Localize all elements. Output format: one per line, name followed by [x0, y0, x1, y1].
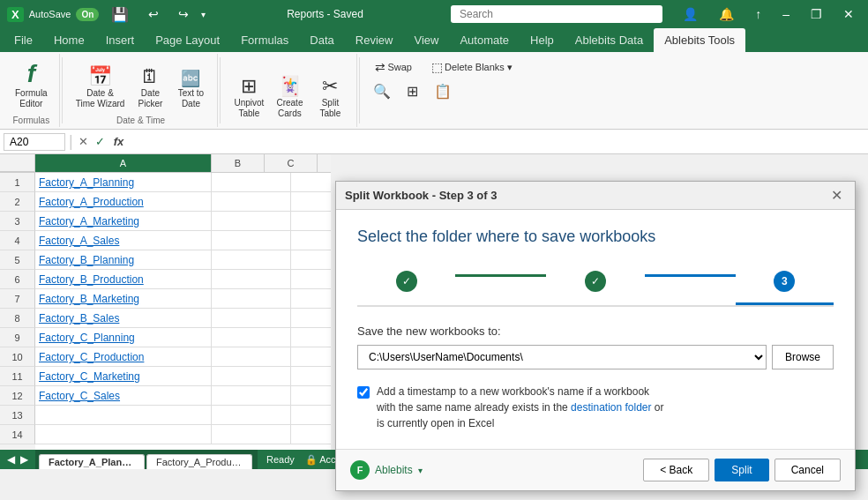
cell-c3[interactable] — [291, 212, 331, 231]
col-header-a[interactable]: A — [35, 154, 212, 172]
sheet-tab-factory-a-planning[interactable]: Factory_A_Planning — [39, 454, 145, 469]
cell-c4[interactable] — [291, 231, 331, 250]
delete-blanks-button[interactable]: ⬚ Delete Blanks ▾ — [423, 57, 520, 77]
cell-b8[interactable] — [212, 309, 291, 328]
row-header-7[interactable]: 7 — [0, 289, 35, 309]
dialog-step-2[interactable]: ✓ — [546, 264, 644, 305]
row-header-10[interactable]: 10 — [0, 347, 35, 367]
cell-c2[interactable] — [291, 192, 331, 212]
cell-b13[interactable] — [212, 406, 291, 425]
date-picker-button[interactable]: 🗓 Date Picker — [131, 64, 169, 112]
cell-b11[interactable] — [212, 367, 291, 386]
dialog-step-1[interactable]: ✓ — [357, 264, 455, 305]
row-header-3[interactable]: 3 — [0, 212, 35, 231]
cell-b6[interactable] — [212, 270, 291, 289]
row-header-5[interactable]: 5 — [0, 250, 35, 270]
row-header-13[interactable]: 13 — [0, 406, 35, 425]
cell-a14[interactable] — [35, 425, 212, 444]
cell-c12[interactable] — [291, 386, 331, 406]
restore-button[interactable]: ❐ — [804, 5, 829, 23]
prev-sheet-button[interactable]: ◀ — [7, 453, 15, 466]
tab-file[interactable]: File — [4, 28, 43, 52]
cell-a9[interactable]: Factory_C_Planning — [35, 328, 212, 347]
cell-a11[interactable]: Factory_C_Marketing — [35, 367, 212, 386]
formula-editor-button[interactable]: f Formula Editor — [11, 59, 52, 112]
name-box[interactable] — [4, 133, 65, 151]
formula-input[interactable] — [131, 136, 864, 148]
row-header-11[interactable]: 11 — [0, 367, 35, 386]
cancel-button[interactable]: Cancel — [774, 459, 841, 481]
minimize-button[interactable]: – — [775, 5, 797, 23]
row-header-9[interactable]: 9 — [0, 328, 35, 347]
cell-b7[interactable] — [212, 289, 291, 309]
timestamp-checkbox[interactable] — [357, 386, 370, 399]
row-header-14[interactable]: 14 — [0, 425, 35, 444]
dropdown-icon[interactable]: ▾ — [201, 10, 206, 19]
tab-automate[interactable]: Automate — [449, 28, 520, 52]
cell-a5[interactable]: Factory_B_Planning — [35, 250, 212, 270]
close-button[interactable]: ✕ — [836, 5, 861, 23]
create-cards-button[interactable]: 🃏 Create Cards — [270, 74, 309, 122]
cell-a7[interactable]: Factory_B_Marketing — [35, 289, 212, 309]
cell-a13[interactable] — [35, 406, 212, 425]
tab-review[interactable]: Review — [345, 28, 404, 52]
ribbon-extra-btn3[interactable]: 📋 — [428, 80, 458, 102]
row-header-12[interactable]: 12 — [0, 386, 35, 406]
share-icon[interactable]: ↑ — [748, 5, 768, 23]
cell-a3[interactable]: Factory_A_Marketing — [35, 212, 212, 231]
cell-b12[interactable] — [212, 386, 291, 406]
ablebits-dropdown-icon[interactable]: ▾ — [418, 466, 423, 475]
swap-button[interactable]: ⇄ Swap — [367, 57, 420, 77]
cell-c11[interactable] — [291, 367, 331, 386]
col-header-b[interactable]: B — [212, 154, 265, 172]
tab-ablebits-tools[interactable]: Ablebits Tools — [654, 28, 745, 52]
tab-view[interactable]: View — [403, 28, 449, 52]
browse-button[interactable]: Browse — [772, 345, 834, 369]
ablebits-logo-text[interactable]: Ablebits — [375, 464, 413, 476]
split-table-button[interactable]: ✂ Split Table — [311, 74, 349, 122]
dialog-close-button[interactable]: ✕ — [827, 187, 846, 204]
tab-home[interactable]: Home — [43, 28, 95, 52]
cell-b10[interactable] — [212, 347, 291, 367]
search-input[interactable] — [451, 5, 662, 23]
back-button[interactable]: < Back — [643, 459, 709, 481]
split-button[interactable]: Split — [715, 459, 768, 481]
formula-confirm-icon[interactable]: ✓ — [94, 135, 107, 148]
save-icon[interactable]: 💾 — [104, 4, 136, 25]
cell-a1[interactable]: Factory_A_Planning — [35, 173, 212, 192]
col-header-c[interactable]: C — [265, 154, 318, 172]
row-header-4[interactable]: 4 — [0, 231, 35, 250]
formula-cancel-icon[interactable]: ✕ — [77, 135, 90, 148]
cell-a6[interactable]: Factory_B_Production — [35, 270, 212, 289]
ribbon-extra-btn2[interactable]: ⊞ — [400, 80, 424, 102]
bell-icon[interactable]: 🔔 — [712, 5, 741, 23]
unpivot-table-button[interactable]: ⊞ Unpivot Table — [229, 74, 268, 122]
cell-a4[interactable]: Factory_A_Sales — [35, 231, 212, 250]
tab-data[interactable]: Data — [299, 28, 344, 52]
cell-c5[interactable] — [291, 250, 331, 270]
tab-ablebits-data[interactable]: Ablebits Data — [565, 28, 654, 52]
undo-button[interactable]: ↩ — [141, 5, 166, 23]
cell-c9[interactable] — [291, 328, 331, 347]
cell-b14[interactable] — [212, 425, 291, 444]
date-time-wizard-button[interactable]: 📅 Date & Time Wizard — [71, 64, 130, 112]
autosave-toggle[interactable]: On — [76, 8, 99, 21]
tab-insert[interactable]: Insert — [95, 28, 146, 52]
dialog-step-3[interactable]: 3 — [736, 264, 834, 305]
row-header-2[interactable]: 2 — [0, 192, 35, 212]
cell-c7[interactable] — [291, 289, 331, 309]
row-header-8[interactable]: 8 — [0, 309, 35, 328]
cell-c10[interactable] — [291, 347, 331, 367]
redo-button[interactable]: ↪ — [171, 5, 196, 23]
row-header-1[interactable]: 1 — [0, 173, 35, 192]
cell-a10[interactable]: Factory_C_Production — [35, 347, 212, 367]
cell-c6[interactable] — [291, 270, 331, 289]
user-icon[interactable]: 👤 — [676, 5, 705, 23]
ribbon-search-button[interactable]: 🔍 — [367, 80, 397, 102]
sheet-tab-factory-a-production[interactable]: Factory_A_Producti... — [146, 454, 252, 469]
cell-a12[interactable]: Factory_C_Sales — [35, 386, 212, 406]
cell-b4[interactable] — [212, 231, 291, 250]
col-header-d[interactable]: D — [318, 154, 331, 172]
cell-b9[interactable] — [212, 328, 291, 347]
cell-c14[interactable] — [291, 425, 331, 444]
